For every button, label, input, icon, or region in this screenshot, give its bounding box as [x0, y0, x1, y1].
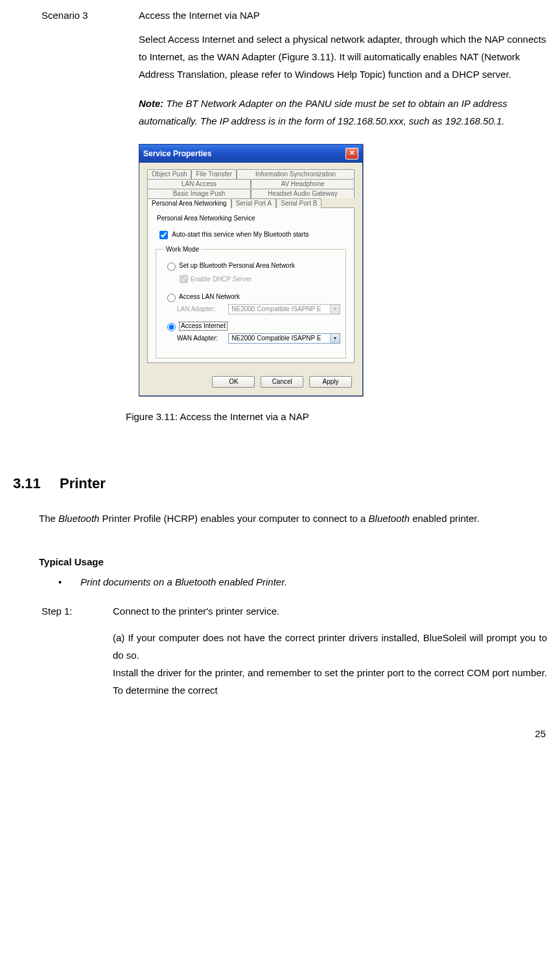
txt-italic: Bluetooth — [58, 513, 99, 524]
dialog-titlebar: Service Properties ✕ — [139, 145, 362, 163]
radio-access-lan[interactable] — [167, 294, 176, 302]
cancel-button[interactable]: Cancel — [261, 376, 303, 388]
txt: Printer Profile (HCRP) enables your comp… — [99, 513, 368, 524]
tab-av-headphone[interactable]: AV Headphone — [251, 179, 355, 189]
radio-access-internet[interactable] — [167, 323, 176, 331]
close-icon[interactable]: ✕ — [345, 148, 358, 159]
chevron-down-icon: ▼ — [330, 305, 340, 314]
autostart-checkbox[interactable] — [159, 231, 168, 239]
work-mode-legend: Work Mode — [164, 246, 201, 253]
scenario-label: Scenario 3 — [13, 6, 139, 24]
section-heading-printer: 3.11Printer — [13, 471, 547, 497]
service-properties-dialog: Service Properties ✕ Object Push File Tr… — [139, 144, 363, 396]
tab-lan-access[interactable]: LAN Access — [147, 179, 251, 189]
step1-text: Connect to the printer's printer service… — [113, 602, 547, 620]
bullet-icon: • — [58, 573, 80, 591]
wan-adapter-label: WAN Adapter: — [177, 335, 228, 342]
apply-button[interactable]: Apply — [309, 376, 352, 388]
ok-button[interactable]: OK — [212, 376, 255, 388]
txt: Install the driver for the printer, and … — [113, 667, 547, 696]
note-label: Note: — [139, 98, 163, 109]
figure-caption: Figure 3.11: Access the Internet via a N… — [126, 408, 547, 425]
lan-adapter-label: LAN Adapter: — [177, 305, 228, 313]
note-text: The BT Network Adapter on the PANU side … — [139, 98, 508, 126]
section-title: Printer — [60, 475, 106, 491]
autostart-label: Auto-start this service when My Bluetoot… — [172, 231, 309, 238]
radio-setup-pan-label: Set up Bluetooth Personal Area Network — [179, 262, 295, 270]
tab-file-transfer[interactable]: File Transfer — [191, 169, 237, 179]
step1-sub-a: (a) If your computer does not have the c… — [113, 629, 547, 699]
lan-adapter-combo: NE2000 Compatible ISAPNP E ▼ — [228, 304, 340, 314]
enable-dhcp-checkbox — [180, 275, 188, 283]
scenario-paragraph: Select Access Internet and select a phys… — [139, 30, 547, 83]
lan-adapter-value: NE2000 Compatible ISAPNP E — [231, 305, 321, 312]
scenario-note: Note: The BT Network Adapter on the PANU… — [139, 95, 547, 130]
tab-object-push[interactable]: Object Push — [147, 169, 191, 179]
tab-pan[interactable]: Personal Area Networking — [147, 198, 231, 208]
tab-serial-a[interactable]: Serial Port A — [231, 198, 277, 208]
typical-usage-heading: Typical Usage — [39, 553, 547, 571]
dialog-tabs: Object Push File Transfer Information Sy… — [147, 169, 355, 363]
radio-setup-pan[interactable] — [167, 263, 176, 271]
txt: (a) If your computer does not have the c… — [113, 632, 547, 661]
wan-adapter-value: NE2000 Compatible ISAPNP E — [231, 335, 321, 342]
txt-italic: Bluetooth — [369, 513, 410, 524]
tab-serial-b[interactable]: Serial Port B — [276, 198, 321, 208]
dialog-title-text: Service Properties — [143, 149, 211, 158]
txt: enabled printer. — [410, 513, 480, 524]
radio-access-internet-label: Access Internet — [179, 322, 228, 331]
chevron-down-icon[interactable]: ▼ — [330, 334, 340, 343]
radio-access-lan-label: Access LAN Network — [179, 293, 240, 301]
tab-headset-audio-gateway[interactable]: Headset Audio Gateway — [251, 189, 355, 198]
txt: The — [39, 513, 58, 524]
page-number: 25 — [13, 725, 547, 742]
usage-bullet: • Print documents on a Bluetooth enabled… — [58, 573, 547, 591]
bullet-text: Print documents on a Bluetooth enabled P… — [80, 573, 287, 591]
enable-dhcp-label: Enable DHCP Server — [191, 276, 251, 283]
step1-label: Step 1: — [41, 602, 113, 620]
printer-intro: The Bluetooth Printer Profile (HCRP) ena… — [39, 510, 547, 527]
tab-basic-image-push[interactable]: Basic Image Push — [147, 189, 251, 198]
tab-info-sync[interactable]: Information Synchronization — [237, 169, 355, 179]
section-number: 3.11 — [13, 471, 60, 497]
scenario-title: Access the Internet via NAP — [139, 6, 547, 24]
wan-adapter-combo[interactable]: NE2000 Compatible ISAPNP E ▼ — [228, 333, 340, 344]
pan-section-title: Personal Area Networking Service — [157, 215, 347, 222]
